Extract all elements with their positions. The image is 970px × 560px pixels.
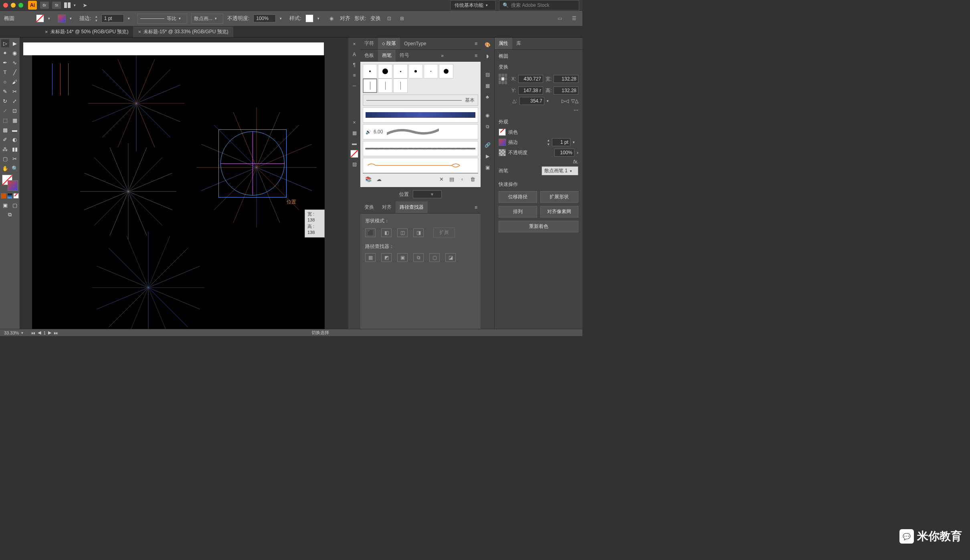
document-tab[interactable]: × 未标题-14* @ 50% (RGB/GPU 预览) — [40, 26, 133, 37]
brush-thumb[interactable] — [439, 64, 453, 79]
style-swatch[interactable] — [305, 14, 313, 22]
symbol-sprayer-tool-icon[interactable]: ⁂ — [1, 145, 9, 153]
opacity-input[interactable] — [253, 14, 276, 22]
graph-tool-icon[interactable]: ▮▮ — [11, 145, 19, 153]
brush-libraries-icon[interactable]: 📚 — [365, 176, 372, 182]
flip-h-icon[interactable]: ▷◁ — [562, 98, 569, 104]
panel-menu-icon[interactable]: ≡ — [471, 39, 481, 48]
close-icon[interactable] — [3, 3, 8, 8]
color-guide-icon[interactable]: ◗ — [483, 52, 491, 60]
fill-swatch[interactable] — [499, 129, 506, 136]
brush-dropdown[interactable]: 散点画笔 1 ▾ — [542, 166, 578, 175]
opacity-input[interactable] — [554, 149, 574, 157]
zoom-tool-icon[interactable]: 🔍 — [11, 164, 19, 172]
stepper-icon[interactable]: ▴▾ — [548, 138, 550, 146]
crop-icon[interactable]: ⧉ — [413, 253, 424, 262]
stroke-swatch[interactable] — [58, 14, 66, 22]
gpu-rocket-icon[interactable]: ➤ — [83, 2, 87, 8]
intersect-icon[interactable]: ◫ — [397, 228, 408, 237]
direct-selection-tool-icon[interactable]: ▶ — [11, 39, 19, 47]
brush-thumb[interactable] — [378, 64, 392, 79]
chevron-down-icon[interactable]: ▾ — [280, 16, 285, 20]
fx-label[interactable]: fx. — [499, 159, 578, 165]
reference-point-icon[interactable] — [499, 74, 507, 84]
profile-dropdown[interactable]: 等比 ▾ — [137, 14, 187, 24]
appearance-panel-icon[interactable]: ◉ — [483, 111, 491, 119]
width-input[interactable] — [554, 75, 578, 83]
curvature-tool-icon[interactable]: ∿ — [11, 58, 19, 66]
gradient-tool-icon[interactable]: ▬ — [11, 126, 19, 134]
first-icon[interactable]: ⏮ — [31, 330, 35, 335]
brush-thumb[interactable] — [408, 64, 423, 79]
tab-character[interactable]: 字符 — [360, 38, 378, 49]
color-panel-icon[interactable]: 🎨 — [483, 41, 491, 49]
trim-icon[interactable]: ◩ — [381, 253, 392, 262]
gradient-mode-icon[interactable] — [7, 193, 13, 199]
position-dropdown[interactable]: ▾ — [413, 190, 441, 198]
brush-pattern-row[interactable] — [363, 158, 478, 173]
eyedropper-tool-icon[interactable]: ✐ — [1, 135, 9, 143]
recolor-button[interactable]: 重新着色 — [499, 221, 578, 232]
scale-tool-icon[interactable]: ⤢ — [11, 97, 19, 105]
chevron-right-icon[interactable]: › — [577, 150, 578, 155]
search-stock-input[interactable]: 🔍 搜索 Adobe Stock — [499, 0, 579, 10]
angle-input[interactable] — [519, 97, 544, 105]
brush-thumb[interactable] — [424, 64, 438, 79]
edit-icon[interactable]: ⊞ — [398, 15, 406, 22]
y-input[interactable] — [518, 87, 543, 95]
transparency-icon[interactable]: ▨ — [350, 160, 358, 168]
merge-icon[interactable]: ▣ — [397, 253, 408, 262]
document-tab[interactable]: × 未标题-15* @ 33.33% (RGB/GPU 预览) — [133, 26, 233, 37]
chevron-down-icon[interactable]: ▾ — [74, 3, 79, 7]
character-panel-icon[interactable]: A — [350, 50, 358, 58]
transform-link[interactable]: 变换 — [370, 15, 381, 22]
graphic-styles-icon[interactable]: ⧉ — [483, 123, 491, 131]
chevron-down-icon[interactable]: ▾ — [128, 16, 133, 20]
expand-icon[interactable]: » — [438, 51, 447, 60]
brush-thumb[interactable] — [393, 79, 408, 93]
maximize-icon[interactable] — [18, 3, 23, 8]
tab-swatches[interactable]: 色板 — [360, 50, 378, 61]
close-tab-icon[interactable]: × — [138, 29, 141, 35]
tab-symbols[interactable]: 符号 — [396, 50, 413, 61]
close-tab-icon[interactable]: × — [45, 29, 48, 35]
brush-calligraphy-row[interactable]: 🔊 6.00 — [363, 124, 478, 139]
brush-thumb[interactable] — [393, 64, 408, 79]
chevron-down-icon[interactable]: ▾ — [317, 16, 323, 20]
new-brush-icon[interactable]: ▫ — [459, 176, 465, 182]
delete-icon[interactable]: 🗑 — [469, 176, 476, 182]
artboard-nav[interactable]: ⏮ ◀ 1 ▶ ⏭ — [31, 330, 58, 335]
flip-v-icon[interactable]: ▽△ — [571, 98, 578, 104]
chevron-down-icon[interactable]: ▾ — [573, 140, 578, 144]
selection-tool-icon[interactable]: ▷ — [1, 39, 9, 47]
divide-icon[interactable]: ▦ — [365, 253, 376, 262]
none-mode-icon[interactable] — [13, 193, 19, 199]
workspace-switcher[interactable]: 传统基本功能 ▾ — [450, 0, 496, 10]
expand-shape-button[interactable]: 扩展形状 — [540, 191, 579, 203]
remove-stroke-icon[interactable]: ✕ — [438, 176, 445, 182]
brush-thumb-selected[interactable] — [363, 79, 377, 93]
align-pixel-button[interactable]: 对齐像素网 — [540, 206, 579, 218]
perspective-tool-icon[interactable]: ▦ — [11, 116, 19, 124]
none-swatch-icon[interactable] — [350, 150, 358, 158]
stroke-weight-input[interactable] — [552, 138, 570, 146]
rotate-tool-icon[interactable]: ↻ — [1, 97, 9, 105]
isolate-icon[interactable]: ⊡ — [385, 15, 394, 22]
opacity-swatch[interactable] — [499, 149, 506, 156]
minus-front-icon[interactable]: ◧ — [381, 228, 392, 237]
x-input[interactable] — [518, 75, 543, 83]
doc-setup-icon[interactable]: ▭ — [555, 15, 564, 22]
stroke-indicator-icon[interactable] — [8, 180, 18, 191]
blend-tool-icon[interactable]: ◐ — [11, 135, 19, 143]
last-icon[interactable]: ⏭ — [54, 330, 58, 335]
zoom-level[interactable]: 33.33%▾ — [4, 330, 27, 335]
chevron-down-icon[interactable]: ▾ — [547, 99, 552, 103]
libraries-icon[interactable]: ☁ — [376, 176, 382, 182]
brush-dropdown[interactable]: 散点画... ▾ — [191, 14, 223, 24]
pencil-tool-icon[interactable]: ✎ — [1, 87, 9, 95]
brush-thumb[interactable] — [378, 79, 392, 93]
tab-transform[interactable]: 变换 — [360, 201, 378, 213]
tab-properties[interactable]: 属性 — [495, 38, 512, 49]
minus-back-icon[interactable]: ◪ — [445, 253, 456, 262]
artboard-tool-icon[interactable]: ▢ — [1, 155, 9, 163]
